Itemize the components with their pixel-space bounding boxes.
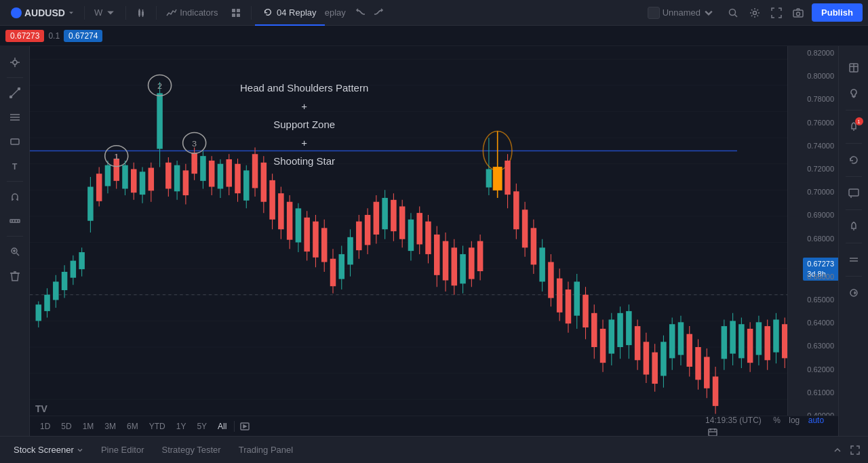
templates-btn[interactable] (225, 5, 247, 21)
chart-type-btn[interactable] (130, 5, 152, 21)
chart-area: 1 2 3 (30, 46, 838, 422)
svg-rect-87 (96, 174, 102, 201)
svg-rect-147 (330, 259, 336, 287)
trash-tool[interactable] (4, 265, 26, 287)
goto-btn[interactable] (843, 282, 865, 304)
svg-point-22 (18, 88, 20, 90)
auto-btn[interactable]: auto (806, 414, 827, 426)
fullscreen-btn[interactable] (768, 5, 785, 21)
redo-btn[interactable] (370, 5, 387, 21)
tf-ytd-btn[interactable]: YTD (144, 420, 170, 433)
svg-rect-262 (709, 429, 717, 436)
svg-rect-248 (764, 326, 770, 360)
chat-btn[interactable] (843, 182, 865, 204)
publish-label: Publish (821, 7, 853, 18)
draw-tool[interactable] (4, 82, 26, 104)
tf-6m-btn[interactable]: 6M (122, 420, 143, 433)
svg-rect-129 (252, 154, 258, 188)
layout-name-btn[interactable]: Unnamed (642, 4, 719, 22)
replay-tab[interactable]: 04 Replay (255, 0, 325, 26)
svg-rect-234 (704, 357, 710, 388)
svg-rect-73 (36, 304, 42, 321)
shape-tool[interactable] (4, 131, 26, 153)
tf-5y-btn[interactable]: 5Y (192, 420, 212, 433)
stock-screener-tab[interactable]: Stock Screener (5, 441, 92, 459)
percent-btn[interactable]: % (770, 414, 783, 426)
text-tool[interactable]: T (4, 155, 26, 177)
svg-rect-81 (71, 261, 77, 278)
tf-5d-btn[interactable]: 5D (56, 420, 76, 433)
alerts-btn[interactable]: 1 (843, 116, 865, 138)
svg-rect-121 (218, 164, 224, 189)
text-icon: T (9, 161, 20, 172)
settings-btn[interactable] (747, 5, 763, 21)
svg-rect-127 (243, 170, 250, 200)
zoom-tool[interactable] (4, 241, 26, 262)
ideas-btn[interactable] (843, 83, 865, 104)
svg-rect-143 (313, 222, 319, 258)
price-input-blue[interactable]: 0.67274 (64, 30, 102, 42)
timeframe-selector[interactable]: W (89, 5, 121, 21)
camera-btn[interactable] (790, 5, 806, 21)
svg-rect-141 (304, 218, 310, 251)
replay-control-btn[interactable] (843, 149, 865, 171)
svg-rect-246 (756, 322, 762, 355)
svg-rect-157 (374, 202, 380, 235)
svg-rect-226 (669, 324, 675, 358)
strategy-tester-tab[interactable]: Strategy Tester (153, 441, 229, 459)
svg-rect-204 (574, 281, 580, 315)
bottom-bar: Stock Screener Pine Editor Strategy Test… (0, 436, 868, 463)
pine-editor-tab[interactable]: Pine Editor (93, 441, 153, 459)
indicators-btn[interactable]: Indicators (161, 5, 223, 21)
svg-rect-103 (157, 93, 163, 148)
svg-rect-9 (237, 14, 240, 17)
fib-tool[interactable] (4, 106, 26, 128)
price-step: 0.1 (48, 31, 60, 41)
measure-tool[interactable] (4, 210, 26, 232)
log-btn[interactable]: log (786, 414, 802, 426)
crosshair-icon (9, 57, 20, 68)
price-scale-label: 0.63000 (788, 342, 838, 350)
templates-icon (231, 7, 241, 18)
candle-group: 1 2 3 (36, 75, 823, 414)
publish-btn[interactable]: Publish (812, 3, 863, 22)
separator (251, 6, 252, 20)
redo-icon (373, 7, 384, 18)
tf-1y-btn[interactable]: 1Y (172, 420, 191, 433)
timestamp-label: 14:19:35 (UTC) (705, 416, 762, 425)
svg-rect-224 (660, 342, 667, 376)
top-toolbar: AUDUSD W Indicato (0, 0, 868, 26)
svg-rect-171 (434, 235, 440, 275)
undo-btn[interactable] (353, 5, 369, 21)
symbol-selector[interactable]: AUDUSD (5, 5, 80, 21)
tf-1m-btn[interactable]: 1M (78, 420, 99, 433)
goto-icon (848, 287, 859, 298)
tf-all-btn[interactable]: All (213, 420, 231, 433)
price-chart[interactable]: 1 2 3 (30, 46, 838, 422)
svg-text:3: 3 (192, 139, 197, 148)
svg-rect-163 (399, 206, 406, 239)
expand-btn[interactable] (848, 443, 863, 458)
notification-btn[interactable] (843, 216, 865, 237)
tf-3m-btn[interactable]: 3M (100, 420, 121, 433)
svg-line-20 (11, 89, 19, 97)
svg-rect-218 (635, 326, 641, 360)
price-scale-label: 0.68000 (788, 235, 838, 243)
magnet-tool[interactable] (4, 186, 26, 207)
collapse-btn[interactable] (830, 443, 845, 458)
search-btn[interactable] (725, 5, 741, 21)
separator (125, 6, 126, 20)
more-btn[interactable] (843, 249, 865, 270)
replay-right-icon (848, 155, 859, 165)
svg-rect-216 (626, 311, 632, 345)
data-window-btn[interactable] (843, 57, 865, 79)
crosshair-tool[interactable] (4, 52, 26, 73)
tf-1d-btn[interactable]: 1D (35, 420, 55, 433)
svg-rect-109 (174, 165, 180, 192)
chat-icon (848, 188, 859, 199)
replay-tab-label: 04 Replay (277, 7, 317, 18)
bar-replay-btn[interactable] (237, 420, 252, 432)
price-current-red[interactable]: 0.67273 (5, 30, 44, 42)
trading-panel-tab[interactable]: Trading Panel (231, 441, 301, 459)
svg-rect-133 (269, 180, 275, 220)
